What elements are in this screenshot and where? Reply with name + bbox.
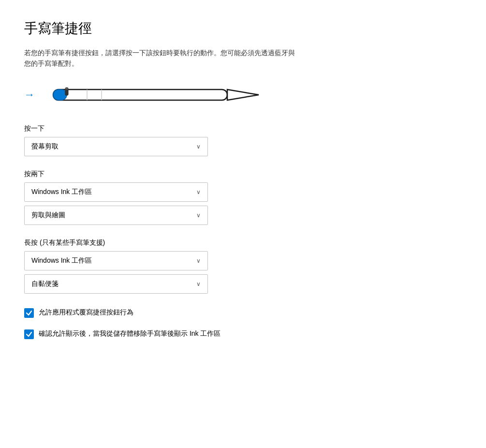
long-press-chevron2-icon: ∨ — [196, 281, 201, 287]
long-press-dropdown1[interactable]: Windows Ink 工作區 ∨ — [24, 251, 208, 270]
single-click-value: 螢幕剪取 — [31, 142, 59, 151]
show-ink-workspace-checkbox[interactable] — [24, 329, 34, 339]
show-ink-workspace-label: 確認允許顯示後，當我從儲存體移除手寫筆後顯示 Ink 工作區 — [39, 329, 221, 339]
long-press-label: 長按 (只有某些手寫筆支援) — [24, 239, 462, 247]
long-press-dropdown2[interactable]: 自黏便箋 ∨ — [24, 274, 208, 294]
double-click-value2: 剪取與繪圖 — [31, 211, 65, 220]
svg-rect-3 — [65, 88, 68, 90]
single-click-section: 按一下 螢幕剪取 ∨ — [24, 124, 462, 156]
long-press-section: 長按 (只有某些手寫筆支援) Windows Ink 工作區 ∨ 自黏便箋 ∨ — [24, 239, 462, 294]
double-click-value1: Windows Ink 工作區 — [31, 188, 92, 196]
single-click-label: 按一下 — [24, 124, 462, 133]
double-click-dropdown2[interactable]: 剪取與繪圖 ∨ — [24, 206, 208, 225]
svg-rect-1 — [53, 90, 67, 100]
double-click-section: 按兩下 Windows Ink 工作區 ∨ 剪取與繪圖 ∨ — [24, 170, 462, 225]
double-click-chevron2-icon: ∨ — [196, 212, 201, 219]
svg-marker-4 — [227, 90, 259, 100]
pen-illustration — [39, 83, 271, 107]
long-press-value1: Windows Ink 工作區 — [31, 256, 92, 265]
pen-arrow-icon: → — [24, 89, 35, 101]
page-title: 手寫筆捷徑 — [24, 19, 462, 38]
svg-rect-0 — [53, 90, 227, 100]
allow-override-label: 允許應用程式覆寫捷徑按鈕行為 — [39, 307, 133, 317]
single-click-dropdown[interactable]: 螢幕剪取 ∨ — [24, 137, 208, 156]
allow-override-row[interactable]: 允許應用程式覆寫捷徑按鈕行為 — [24, 307, 305, 318]
double-click-dropdown1[interactable]: Windows Ink 工作區 ∨ — [24, 182, 208, 202]
long-press-chevron1-icon: ∨ — [196, 257, 201, 264]
long-press-value2: 自黏便箋 — [31, 280, 59, 288]
double-click-chevron1-icon: ∨ — [196, 189, 201, 195]
allow-override-checkbox[interactable] — [24, 308, 34, 318]
single-click-chevron-icon: ∨ — [196, 143, 201, 150]
double-click-label: 按兩下 — [24, 170, 462, 179]
page-description: 若您的手寫筆有捷徑按鈕，請選擇按一下該按鈕時要執行的動作。您可能必須先透過藍牙與… — [24, 47, 295, 69]
pen-diagram: → — [24, 83, 462, 107]
show-ink-workspace-row[interactable]: 確認允許顯示後，當我從儲存體移除手寫筆後顯示 Ink 工作區 — [24, 329, 305, 339]
